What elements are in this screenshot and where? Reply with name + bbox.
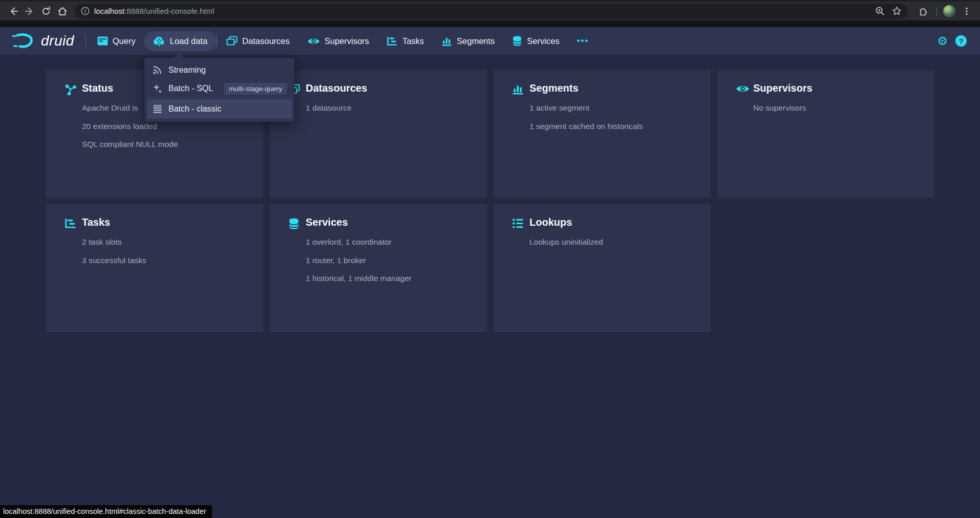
menu-label: Batch - SQL <box>168 84 213 93</box>
database-icon <box>512 36 522 46</box>
gantt-icon <box>387 36 398 46</box>
graph-icon <box>65 84 77 98</box>
console-icon <box>97 36 108 46</box>
card-line: 1 router, 1 broker <box>306 255 475 266</box>
window-strip <box>0 20 980 27</box>
msq-tag: multi-stage-query <box>224 83 287 95</box>
card-title: Datasources <box>306 82 475 94</box>
menu-item-batch-classic[interactable]: Batch - classic <box>147 99 292 119</box>
card-line: 1 segment cached on historicals <box>529 121 698 132</box>
console-home: Status Apache Druid is 20 extensions loa… <box>0 55 980 518</box>
bar-chart-icon <box>512 84 524 97</box>
supervisors-card[interactable]: Supervisors No supervisors <box>717 70 934 198</box>
druid-wordmark: druid <box>41 33 74 49</box>
nav-item-services[interactable]: Services <box>512 36 559 46</box>
settings-gear-icon[interactable]: ⚙ <box>937 35 948 47</box>
druid-navbar: druid Query Load data <box>0 27 980 55</box>
card-line: 1 overlord, 1 coordinator <box>306 236 475 247</box>
card-title: Tasks <box>82 217 251 228</box>
card-title: Segments <box>529 82 698 94</box>
card-line: 20 extensions loaded <box>82 121 251 132</box>
nav-label: Tasks <box>402 36 424 46</box>
nav-label: Segments <box>457 36 495 46</box>
card-line: SQL compliant NULL mode <box>82 139 251 149</box>
properties-icon <box>512 218 524 231</box>
card-line: 2 task slots <box>82 236 251 247</box>
url-bar[interactable]: localhost:8888/unified-console.html <box>75 4 908 19</box>
card-line: Lookups uninitialized <box>529 236 698 247</box>
nav-label: Services <box>527 36 559 46</box>
profile-avatar[interactable] <box>943 5 955 17</box>
sparkles-icon <box>152 83 163 94</box>
druid-brand[interactable]: druid <box>0 32 74 50</box>
list-lines-icon <box>152 104 163 114</box>
load-data-menu: Streaming Batch - SQL multi-stage-query … <box>144 58 294 122</box>
bookmark-star-icon[interactable] <box>892 6 902 16</box>
druid-logo-icon <box>11 32 36 50</box>
nav-item-tasks[interactable]: Tasks <box>387 36 424 46</box>
nav-label: Datasources <box>242 36 290 46</box>
multi-panel-icon <box>226 36 238 46</box>
services-card[interactable]: Services 1 overlord, 1 coordinator 1 rou… <box>270 204 487 332</box>
zoom-page-icon[interactable] <box>875 6 885 16</box>
navbar-divider <box>86 34 86 48</box>
menu-item-streaming[interactable]: Streaming <box>147 61 292 79</box>
url-host: localhost <box>94 7 124 15</box>
datasources-card[interactable]: Datasources 1 datasource <box>270 70 487 198</box>
card-line: 1 datasource <box>306 102 475 113</box>
toolbar-divider <box>936 7 937 16</box>
eye-icon <box>307 37 320 46</box>
segments-card[interactable]: Segments 1 active segment 1 segment cach… <box>494 70 711 198</box>
card-title: Services <box>306 217 475 228</box>
forward-icon[interactable] <box>22 3 38 19</box>
nav-item-supervisors[interactable]: Supervisors <box>307 36 369 46</box>
extensions-icon[interactable] <box>914 3 930 19</box>
card-line: 1 historical, 1 middle manager <box>306 273 475 284</box>
nav-item-segments[interactable]: Segments <box>441 36 495 46</box>
cloud-upload-icon <box>153 36 165 47</box>
browser-toolbar: localhost:8888/unified-console.html <box>0 0 980 20</box>
menu-label: Batch - classic <box>168 104 221 114</box>
card-line: 3 successful tasks <box>82 255 251 266</box>
reload-icon[interactable] <box>38 3 54 19</box>
card-title: Lookups <box>529 217 698 228</box>
nav-label: Query <box>113 36 136 46</box>
link-status-bubble: localhost:8888/unified-console.html#clas… <box>0 505 212 518</box>
back-icon[interactable] <box>5 3 22 19</box>
menu-item-batch-sql[interactable]: Batch - SQL multi-stage-query <box>147 79 292 98</box>
eye-icon <box>736 84 750 96</box>
tasks-card[interactable]: Tasks 2 task slots 3 successful tasks <box>46 204 263 332</box>
card-title: Supervisors <box>753 82 922 94</box>
gantt-icon <box>65 218 77 231</box>
more-icon: ••• <box>577 36 589 46</box>
home-icon[interactable] <box>54 3 71 19</box>
site-info-icon[interactable] <box>81 7 90 15</box>
lookups-card[interactable]: Lookups Lookups uninitialized <box>494 204 711 332</box>
menu-kebab-icon[interactable] <box>958 3 975 19</box>
nav-item-query[interactable]: Query <box>97 36 136 46</box>
feed-icon <box>152 66 163 75</box>
card-line: No supervisors <box>753 102 922 113</box>
menu-label: Streaming <box>168 66 206 75</box>
nav-item-load-data[interactable]: Load data <box>144 31 217 51</box>
database-icon <box>288 218 300 231</box>
card-line: 1 active segment <box>529 102 698 113</box>
help-icon[interactable]: ? <box>955 35 967 47</box>
bar-chart-icon <box>441 36 452 46</box>
url-path: :8888/unified-console.html <box>124 7 214 15</box>
nav-more-button[interactable]: ••• <box>577 36 589 46</box>
nav-item-datasources[interactable]: Datasources <box>226 36 290 46</box>
nav-label: Supervisors <box>325 36 369 46</box>
nav-label: Load data <box>170 36 207 46</box>
navbar-divider <box>217 34 217 48</box>
